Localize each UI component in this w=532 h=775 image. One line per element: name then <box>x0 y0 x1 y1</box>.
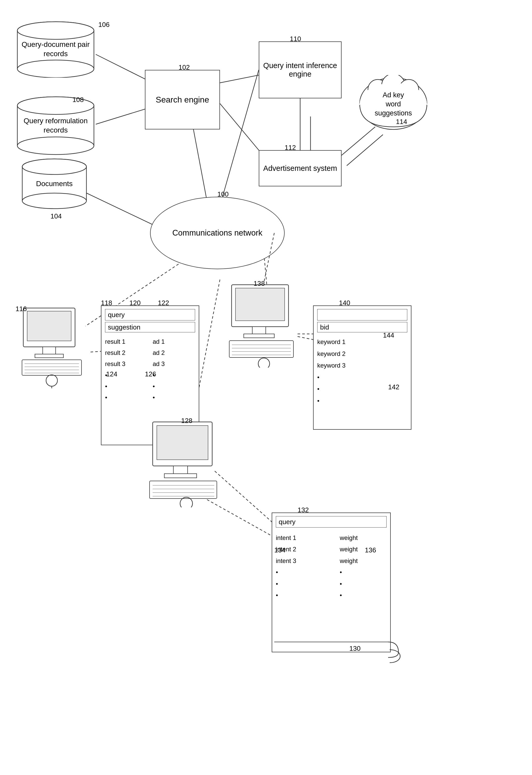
ad-system-node: Advertisement system <box>259 150 342 186</box>
svg-line-6 <box>347 135 383 166</box>
svg-rect-35 <box>43 347 56 354</box>
ref-132: 132 <box>298 506 309 514</box>
ref-120: 120 <box>129 299 141 307</box>
svg-point-16 <box>17 60 94 78</box>
ref-118: 118 <box>101 299 112 307</box>
search-ads: ad 1ad 2ad 3••• <box>153 336 195 403</box>
ref-124: 124 <box>106 370 117 378</box>
svg-rect-64 <box>244 334 274 338</box>
computer-138 <box>225 282 303 367</box>
keywords-list: keyword 1keyword 2keyword 3••• <box>317 336 407 407</box>
intent-list: intent 1intent 2intent 3••• <box>276 532 332 601</box>
computer-116 <box>18 305 91 388</box>
svg-rect-63 <box>252 327 266 334</box>
search-suggestion-label: suggestion <box>108 323 141 331</box>
ref-122: 122 <box>158 299 169 307</box>
search-engine-label: Search engine <box>156 95 209 105</box>
ref-108: 108 <box>72 96 84 104</box>
svg-rect-62 <box>235 288 285 321</box>
svg-rect-49 <box>173 466 188 474</box>
documents-node: Documents <box>21 158 88 210</box>
ref-100: 100 <box>217 190 228 198</box>
ref-134: 134 <box>274 546 285 554</box>
ref-128: 128 <box>181 417 192 425</box>
search-engine-node: Search engine <box>145 70 220 129</box>
comm-network-node: Communications network <box>150 197 285 269</box>
ref-126: 126 <box>145 370 156 378</box>
query-reform-node: Query reformulation records <box>16 96 96 155</box>
svg-rect-34 <box>27 311 71 341</box>
ref-104: 104 <box>50 212 62 220</box>
ref-144: 144 <box>383 331 394 339</box>
computer-128-svg <box>145 419 228 507</box>
intent-panel: query intent 1intent 2intent 3••• weight… <box>272 513 391 652</box>
ref-136: 136 <box>365 546 376 554</box>
diagram: Query-document pair records 106 Query re… <box>0 0 532 775</box>
computer-116-svg <box>18 305 91 388</box>
ref-130: 130 <box>349 645 360 653</box>
computer-128 <box>145 419 228 507</box>
weight-list: weightweightweight••• <box>340 532 387 601</box>
ref-140: 140 <box>339 299 350 307</box>
svg-point-20 <box>17 137 94 154</box>
svg-line-78 <box>223 70 259 197</box>
ref-102: 102 <box>179 63 190 71</box>
query-doc-label: Query-document pair records <box>16 37 96 61</box>
ref-142: 142 <box>388 383 399 391</box>
comm-network-label: Communications network <box>172 228 262 238</box>
ad-keywords-node: Ad keywordsuggestions <box>357 75 430 132</box>
query-reform-label: Query reformulation records <box>16 114 96 138</box>
computer-138-svg <box>225 282 303 367</box>
ad-system-label: Advertisement system <box>263 164 337 173</box>
documents-label: Documents <box>33 176 75 191</box>
query-intent-label: Query intent inference engine <box>259 61 341 78</box>
ref-110: 110 <box>290 35 301 43</box>
ref-106: 106 <box>98 21 109 29</box>
svg-rect-48 <box>157 426 208 460</box>
svg-point-70 <box>258 358 270 367</box>
svg-rect-36 <box>35 354 63 358</box>
ad-keywords-label: Ad keywordsuggestions <box>357 91 430 118</box>
advertiser-panel: bid keyword 1keyword 2keyword 3••• <box>313 305 411 430</box>
query-doc-pairs-node: Query-document pair records <box>16 21 96 78</box>
ref-116: 116 <box>16 305 27 313</box>
ref-112: 112 <box>285 144 296 152</box>
svg-point-24 <box>22 193 86 209</box>
svg-point-17 <box>17 22 94 39</box>
svg-point-25 <box>22 159 86 174</box>
svg-point-42 <box>46 375 57 386</box>
intent-query-label: query <box>279 518 295 526</box>
bid-label: bid <box>320 323 329 331</box>
query-intent-node: Query intent inference engine <box>259 41 342 98</box>
ref-114: 114 <box>396 118 407 126</box>
svg-rect-50 <box>164 474 197 478</box>
svg-rect-51 <box>150 481 217 499</box>
ref-138: 138 <box>254 279 265 287</box>
search-query-label: query <box>108 311 125 319</box>
search-results: result 1result 2result 3••• <box>105 336 147 403</box>
